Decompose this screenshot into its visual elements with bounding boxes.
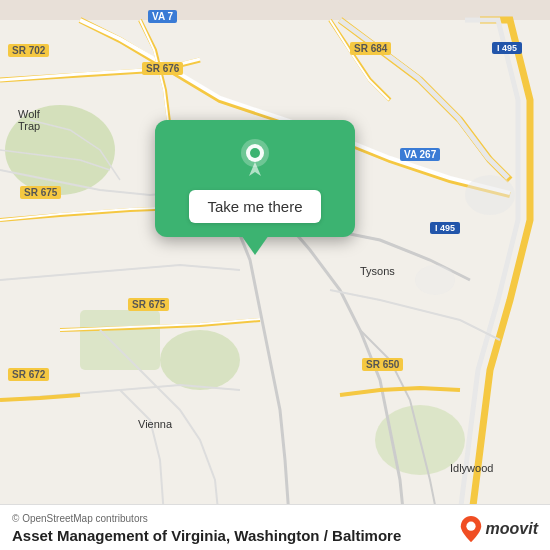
road-label-sr675b: SR 675 [128, 298, 169, 311]
location-popup: Take me there [155, 120, 355, 237]
road-label-sr672: SR 672 [8, 368, 49, 381]
svg-point-6 [415, 265, 455, 295]
map-container: WolfTrap Vienna Tysons Idlywood VA 7 SR … [0, 0, 550, 550]
road-label-sr675a: SR 675 [20, 186, 61, 199]
moovit-pin-icon [460, 516, 482, 542]
road-label-va267: VA 267 [400, 148, 440, 161]
location-pin-icon [233, 136, 277, 180]
road-label-sr650: SR 650 [362, 358, 403, 371]
moovit-text: moovit [486, 520, 538, 538]
road-label-va7: VA 7 [148, 10, 177, 23]
svg-point-10 [466, 522, 475, 531]
moovit-logo: moovit [460, 516, 538, 542]
road-label-i495a: I 495 [492, 42, 522, 54]
take-me-there-button[interactable]: Take me there [189, 190, 320, 223]
svg-point-9 [250, 148, 260, 158]
road-label-sr684: SR 684 [350, 42, 391, 55]
road-label-i495b: I 495 [430, 222, 460, 234]
road-label-sr676: SR 676 [142, 62, 183, 75]
svg-point-5 [465, 175, 515, 215]
bottom-bar: © OpenStreetMap contributors Asset Manag… [0, 504, 550, 550]
location-city-text: Baltimore [332, 527, 401, 544]
road-label-sr702: SR 702 [8, 44, 49, 57]
svg-rect-3 [80, 310, 160, 370]
svg-point-2 [160, 330, 240, 390]
location-name-text: Asset Management of Virginia, Washington… [12, 527, 328, 544]
